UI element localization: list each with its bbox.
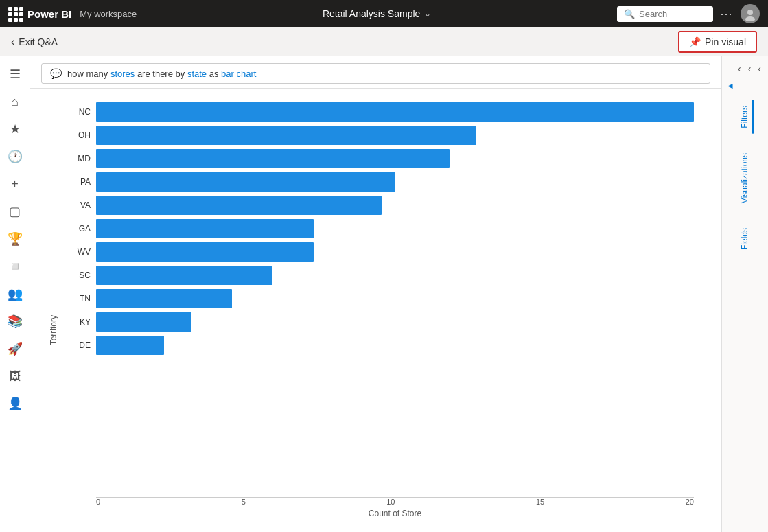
bar-label: VA — [71, 200, 91, 210]
y-axis-label: Territory — [49, 315, 58, 345]
sidebar-goals-icon[interactable]: 🏆 — [3, 227, 27, 251]
bar-track — [96, 126, 694, 145]
bar-row: TN — [71, 289, 694, 308]
bar-track — [96, 242, 694, 262]
exit-qa-button[interactable]: ‹ Exit Q&A — [11, 36, 58, 48]
app-launcher-icon[interactable] — [8, 7, 22, 21]
bar-track — [96, 312, 694, 332]
main-layout: ☰ ⌂ ★ 🕐 + ▢ 🏆 ◽ 👥 📚 🚀 🖼 👤 💬 how many sto… — [0, 56, 768, 532]
qa-barchart-keyword: bar chart — [221, 69, 256, 79]
bar-track — [96, 219, 694, 238]
x-axis-tick: 20 — [686, 498, 694, 506]
bar-fill[interactable] — [96, 172, 395, 192]
content-area: 💬 how many stores are there by state as … — [30, 56, 721, 532]
search-input[interactable] — [639, 9, 701, 19]
x-axis-ticks: 05101520 — [96, 498, 694, 506]
bar-row: NC — [71, 102, 694, 122]
x-axis-label: Count of Store — [96, 509, 694, 518]
pin-visual-label: Pin visual — [705, 36, 746, 47]
panel-tabs: Filters Visualizations Fields — [722, 93, 768, 532]
secondary-navigation-bar: ‹ Exit Q&A 📌 Pin visual — [0, 27, 768, 56]
x-axis-tick: 15 — [536, 498, 544, 506]
sidebar-apps-icon[interactable]: ◽ — [3, 254, 27, 279]
qa-stores-keyword: stores — [110, 69, 135, 79]
report-title: Retail Analysis Sample — [323, 8, 420, 19]
bar-label: SC — [71, 270, 91, 280]
sidebar-collapse-icon[interactable]: ☰ — [3, 62, 27, 86]
expand-icon: ◄ — [726, 81, 734, 91]
bar-fill[interactable] — [96, 149, 450, 168]
sidebar-people-icon[interactable]: 👥 — [3, 281, 27, 306]
back-arrow-icon: ‹ — [11, 36, 14, 48]
bar-fill[interactable] — [96, 242, 314, 262]
sidebar-monitor-icon[interactable]: 🖼 — [3, 364, 27, 389]
sidebar-deploy-icon[interactable]: 🚀 — [3, 336, 27, 361]
panel-collapse-far-right-icon[interactable]: ‹ — [755, 62, 764, 76]
bar-track — [96, 266, 694, 285]
bar-fill[interactable] — [96, 266, 272, 285]
panel-collapse-left-icon[interactable]: ‹ — [735, 62, 744, 76]
chart-container: NCOHMDPAVAGAWVSCTNKYDE 05101520 Count of… — [71, 102, 694, 518]
right-panel: ‹ ‹ ‹ ◄ Filters Visualizations Fields — [721, 56, 768, 532]
bar-label: KY — [71, 317, 91, 327]
bar-label: DE — [71, 340, 91, 350]
panel-expand-arrow[interactable]: ◄ — [722, 78, 768, 93]
sidebar-create-icon[interactable]: + — [3, 172, 27, 196]
x-axis-tick: 0 — [96, 498, 100, 506]
bar-fill[interactable] — [96, 219, 314, 238]
sidebar-browse-icon[interactable]: ▢ — [3, 199, 27, 224]
bar-fill[interactable] — [96, 336, 164, 355]
search-icon: 🔍 — [624, 9, 635, 19]
x-axis: 05101520 Count of Store — [96, 497, 694, 518]
pin-visual-button[interactable]: 📌 Pin visual — [678, 31, 757, 53]
bar-track — [96, 172, 694, 192]
left-sidebar: ☰ ⌂ ★ 🕐 + ▢ 🏆 ◽ 👥 📚 🚀 🖼 👤 — [0, 56, 30, 532]
bar-track — [96, 196, 694, 215]
sidebar-recent-icon[interactable]: 🕐 — [3, 144, 27, 169]
workspace-label: My workspace — [80, 9, 137, 19]
bar-row: DE — [71, 336, 694, 355]
exit-qa-label: Exit Q&A — [19, 36, 58, 47]
bar-fill[interactable] — [96, 196, 382, 215]
panel-collapse-right-icon[interactable]: ‹ — [745, 62, 754, 76]
top-navigation-bar: Power BI My workspace Retail Analysis Sa… — [0, 0, 768, 27]
bar-row: KY — [71, 312, 694, 332]
bar-label: PA — [71, 177, 91, 187]
bar-label: WV — [71, 247, 91, 257]
top-bar-left: Power BI My workspace — [8, 7, 137, 21]
qa-state-keyword: state — [187, 69, 207, 79]
bar-track — [96, 336, 694, 355]
svg-point-0 — [747, 10, 753, 15]
visualizations-tab[interactable]: Visualizations — [737, 148, 754, 209]
qa-input-row: 💬 how many stores are there by state as … — [30, 56, 721, 89]
bar-fill[interactable] — [96, 312, 191, 332]
bar-row: MD — [71, 149, 694, 168]
filters-tab[interactable]: Filters — [737, 100, 754, 134]
more-options-icon[interactable]: ⋯ — [720, 6, 734, 21]
avatar[interactable] — [741, 4, 760, 23]
comment-icon: 💬 — [50, 68, 62, 79]
sidebar-learn-icon[interactable]: 📚 — [3, 309, 27, 334]
bar-row: SC — [71, 266, 694, 285]
bar-fill[interactable] — [96, 126, 476, 145]
fields-tab[interactable]: Fields — [737, 222, 754, 255]
top-bar-center: Retail Analysis Sample ⌄ — [145, 8, 609, 19]
bar-row: GA — [71, 219, 694, 238]
search-box[interactable]: 🔍 — [617, 6, 713, 22]
bar-fill[interactable] — [96, 289, 232, 308]
top-bar-right: 🔍 ⋯ — [617, 4, 760, 23]
bar-fill[interactable] — [96, 102, 694, 122]
bar-label: MD — [71, 154, 91, 163]
sidebar-home-icon[interactable]: ⌂ — [3, 89, 27, 114]
qa-query-text: how many stores are there by state as ba… — [67, 69, 256, 79]
bar-label: GA — [71, 224, 91, 233]
bar-row: VA — [71, 196, 694, 215]
bar-track — [96, 149, 694, 168]
bar-track — [96, 289, 694, 308]
chevron-down-icon[interactable]: ⌄ — [424, 9, 431, 19]
sidebar-account-icon[interactable]: 👤 — [3, 391, 27, 416]
sidebar-favorites-icon[interactable]: ★ — [3, 117, 27, 141]
x-axis-tick: 5 — [242, 498, 246, 506]
qa-input-field[interactable]: 💬 how many stores are there by state as … — [41, 63, 710, 84]
bars-area: NCOHMDPAVAGAWVSCTNKYDE — [71, 102, 694, 497]
